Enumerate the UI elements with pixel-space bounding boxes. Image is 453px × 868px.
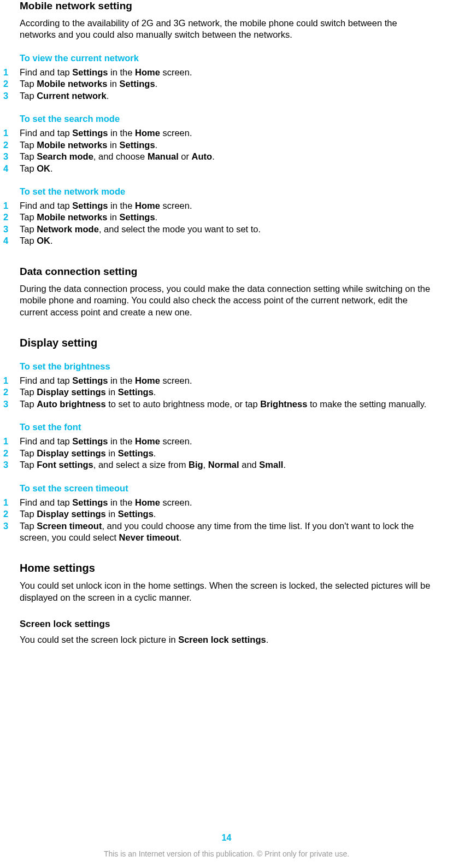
footer-note: This is an Internet version of this publ… xyxy=(0,849,453,858)
step-number: 1 xyxy=(3,200,20,212)
mobile-network-intro: According to the availability of 2G and … xyxy=(20,17,433,41)
search-mode-steps: 1Find and tap Settings in the Home scree… xyxy=(3,127,433,174)
home-intro: You could set unlock icon in the home se… xyxy=(20,580,433,603)
step-number: 1 xyxy=(3,375,20,386)
brightness-steps: 1Find and tap Settings in the Home scree… xyxy=(3,375,433,410)
step-row: 3Tap Auto brightness to set to auto brig… xyxy=(3,398,433,410)
timeout-heading: To set the screen timeout xyxy=(20,483,433,494)
step-text: Tap Network mode, and select the mode yo… xyxy=(20,224,433,235)
step-number: 1 xyxy=(3,127,20,139)
step-text: Tap Search mode, and choose Manual or Au… xyxy=(20,151,433,162)
step-text: Tap OK. xyxy=(20,163,433,174)
network-mode-steps: 1Find and tap Settings in the Home scree… xyxy=(3,200,433,247)
step-row: 4Tap OK. xyxy=(3,163,433,174)
step-row: 1Find and tap Settings in the Home scree… xyxy=(3,200,433,212)
network-mode-heading: To set the network mode xyxy=(20,186,433,197)
step-row: 1Find and tap Settings in the Home scree… xyxy=(3,497,433,508)
screen-lock-title: Screen lock settings xyxy=(20,619,433,630)
mobile-network-title: Mobile network setting xyxy=(20,0,433,12)
step-text: Tap Current network. xyxy=(20,90,433,102)
step-number: 1 xyxy=(3,436,20,447)
step-text: Find and tap Settings in the Home screen… xyxy=(20,127,433,139)
step-text: Tap Font settings, and select a size fro… xyxy=(20,459,433,471)
step-text: Tap Mobile networks in Settings. xyxy=(20,139,433,151)
step-text: Tap Display settings in Settings. xyxy=(20,448,433,459)
step-number: 2 xyxy=(3,386,20,398)
step-number: 3 xyxy=(3,398,20,410)
step-number: 2 xyxy=(3,212,20,223)
step-row: 2Tap Mobile networks in Settings. xyxy=(3,139,433,151)
font-steps: 1Find and tap Settings in the Home scree… xyxy=(3,436,433,471)
step-number: 2 xyxy=(3,139,20,151)
step-text: Tap Mobile networks in Settings. xyxy=(20,78,433,90)
step-number: 1 xyxy=(3,497,20,508)
data-connection-intro: During the data connection process, you … xyxy=(20,283,433,318)
step-row: 4Tap OK. xyxy=(3,235,433,247)
step-row: 3Tap Current network. xyxy=(3,90,433,102)
step-row: 2Tap Display settings in Settings. xyxy=(3,386,433,398)
step-number: 1 xyxy=(3,67,20,78)
step-row: 3Tap Network mode, and select the mode y… xyxy=(3,224,433,235)
data-connection-title: Data connection setting xyxy=(20,266,433,278)
page-number: 14 xyxy=(0,833,453,843)
step-row: 1Find and tap Settings in the Home scree… xyxy=(3,67,433,78)
step-text: Find and tap Settings in the Home screen… xyxy=(20,497,433,508)
step-number: 4 xyxy=(3,163,20,174)
step-text: Find and tap Settings in the Home screen… xyxy=(20,200,433,212)
step-text: Tap Display settings in Settings. xyxy=(20,386,433,398)
step-number: 3 xyxy=(3,90,20,102)
step-row: 2Tap Display settings in Settings. xyxy=(3,508,433,520)
step-row: 1Find and tap Settings in the Home scree… xyxy=(3,127,433,139)
home-title: Home settings xyxy=(20,562,433,574)
step-text: Find and tap Settings in the Home screen… xyxy=(20,67,433,78)
view-current-heading: To view the current network xyxy=(20,53,433,63)
brightness-heading: To set the brightness xyxy=(20,361,433,372)
step-text: Tap Screen timeout, and you could choose… xyxy=(20,520,433,544)
page-content: Mobile network setting According to the … xyxy=(0,0,453,646)
view-current-steps: 1Find and tap Settings in the Home scree… xyxy=(3,67,433,102)
step-number: 3 xyxy=(3,520,20,532)
step-row: 2Tap Mobile networks in Settings. xyxy=(3,212,433,223)
step-number: 2 xyxy=(3,508,20,520)
step-text: Tap OK. xyxy=(20,235,433,247)
step-text: Find and tap Settings in the Home screen… xyxy=(20,375,433,386)
step-number: 4 xyxy=(3,235,20,247)
search-mode-heading: To set the search mode xyxy=(20,114,433,124)
step-text: Tap Mobile networks in Settings. xyxy=(20,212,433,223)
font-heading: To set the font xyxy=(20,422,433,432)
step-number: 3 xyxy=(3,459,20,471)
step-text: Find and tap Settings in the Home screen… xyxy=(20,436,433,447)
timeout-steps: 1Find and tap Settings in the Home scree… xyxy=(3,497,433,544)
step-number: 2 xyxy=(3,448,20,459)
step-text: Tap Display settings in Settings. xyxy=(20,508,433,520)
display-title: Display setting xyxy=(20,337,433,349)
step-row: 3Tap Search mode, and choose Manual or A… xyxy=(3,151,433,162)
step-number: 3 xyxy=(3,224,20,235)
step-number: 3 xyxy=(3,151,20,162)
step-row: 1Find and tap Settings in the Home scree… xyxy=(3,436,433,447)
step-row: 1Find and tap Settings in the Home scree… xyxy=(3,375,433,386)
step-row: 2Tap Mobile networks in Settings. xyxy=(3,78,433,90)
step-row: 3Tap Font settings, and select a size fr… xyxy=(3,459,433,471)
screen-lock-intro: You could set the screen lock picture in… xyxy=(20,634,433,646)
step-row: 3Tap Screen timeout, and you could choos… xyxy=(3,520,433,544)
step-text: Tap Auto brightness to set to auto brigh… xyxy=(20,398,433,410)
step-number: 2 xyxy=(3,78,20,90)
step-row: 2Tap Display settings in Settings. xyxy=(3,448,433,459)
